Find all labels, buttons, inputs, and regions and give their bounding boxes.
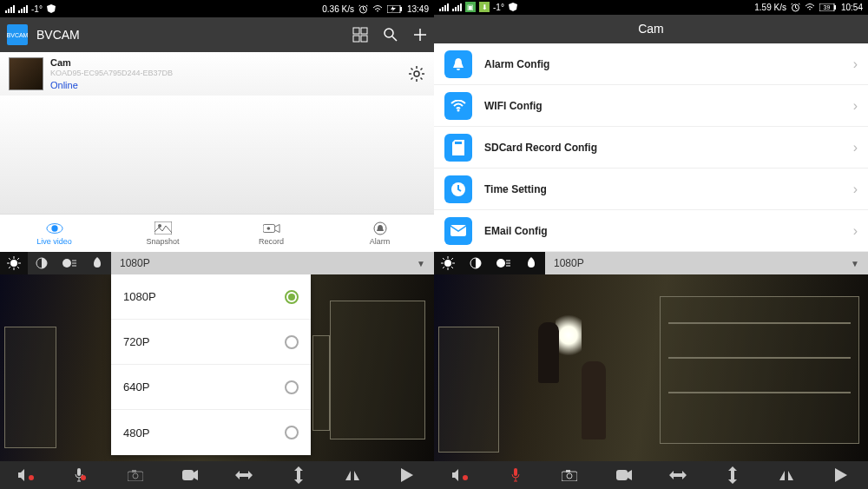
brightness-icon[interactable] <box>434 252 462 274</box>
svg-line-25 <box>17 267 19 268</box>
setting-email-config[interactable]: EMail Config › <box>434 210 868 252</box>
resolution-option-480p[interactable]: 480P <box>111 410 311 455</box>
app-logo-icon: BVCAM <box>7 24 28 45</box>
status-bar: -1° 0.36 K/s 13:49 <box>0 0 434 17</box>
gear-icon[interactable] <box>408 65 425 83</box>
setting-label: EMail Config <box>484 225 853 237</box>
contrast-icon[interactable] <box>28 252 56 274</box>
resolution-option-720p[interactable]: 720P <box>111 320 311 365</box>
video-controls <box>434 461 868 489</box>
page-title-bar: Cam <box>434 15 868 43</box>
eye-icon <box>46 221 63 235</box>
device-name: Cam <box>50 56 173 69</box>
search-icon[interactable] <box>384 28 398 42</box>
svg-point-46 <box>444 260 451 267</box>
video-controls <box>0 461 434 489</box>
speaker-button[interactable] <box>0 461 55 489</box>
tab-label: Record <box>259 237 284 246</box>
pan-vertical-button[interactable] <box>706 461 760 489</box>
svg-line-53 <box>451 258 453 260</box>
play-button[interactable] <box>814 461 869 489</box>
pan-vertical-button[interactable] <box>272 461 326 489</box>
video-feed[interactable] <box>434 274 868 461</box>
svg-line-51 <box>443 258 444 260</box>
radio-icon <box>285 290 299 304</box>
svg-line-52 <box>451 267 453 268</box>
svg-rect-64 <box>616 470 628 480</box>
svg-rect-2 <box>400 7 402 11</box>
device-status: Online <box>50 79 173 91</box>
mic-button[interactable] <box>489 461 543 489</box>
setting-label: SDCard Record Config <box>484 142 853 154</box>
svg-line-27 <box>9 267 10 268</box>
right-screenshot: ▣ ⬇ -1° 1.59 K/s 39 10:54 Cam Alarm Conf… <box>434 0 868 489</box>
resolution-value: 1080P <box>554 257 584 269</box>
night-vision-icon[interactable] <box>490 252 517 274</box>
svg-line-24 <box>9 258 10 260</box>
left-screenshot: -1° 0.36 K/s 13:49 BVCAM BVCAM Cam KOAD9… <box>0 0 434 489</box>
record-button[interactable] <box>163 461 218 489</box>
brightness-icon[interactable] <box>0 252 28 274</box>
svg-rect-40 <box>834 5 836 10</box>
snapshot-button[interactable] <box>108 461 163 489</box>
bell-icon <box>444 50 472 78</box>
resolution-dropdown[interactable]: 1080P ▼ <box>545 252 868 274</box>
tab-record[interactable]: Record <box>217 215 326 252</box>
resolution-option-640p[interactable]: 640P <box>111 365 311 410</box>
plus-icon[interactable] <box>413 28 427 42</box>
speaker-button[interactable] <box>434 461 489 489</box>
svg-point-7 <box>385 29 393 37</box>
clock: 10:54 <box>841 3 863 12</box>
device-list-item[interactable]: Cam KOAD95-EC95A795D244-EB37DB Online <box>0 52 434 96</box>
svg-line-8 <box>392 36 397 41</box>
svg-rect-4 <box>361 28 367 34</box>
mirror-button[interactable] <box>760 461 814 489</box>
tab-live-video[interactable]: Live video <box>0 215 108 252</box>
svg-text:39: 39 <box>824 4 831 10</box>
video-toolbar: 1080P ▼ <box>0 252 434 274</box>
signal-icon <box>439 3 449 11</box>
resolution-option-1080p[interactable]: 1080P <box>111 274 311 320</box>
alarm-icon <box>358 4 368 14</box>
setting-wifi-config[interactable]: WIFI Config › <box>434 85 868 127</box>
app-title: BVCAM <box>36 28 80 42</box>
resolution-dropdown[interactable]: 1080P ▼ <box>111 252 434 274</box>
contrast-icon[interactable] <box>462 252 490 274</box>
temperature: -1° <box>31 4 43 14</box>
image-icon <box>155 221 172 235</box>
tab-snapshot[interactable]: Snapshot <box>108 215 217 252</box>
bottom-tabs: Live video Snapshot Record Alarm <box>0 214 434 252</box>
chevron-right-icon: › <box>853 223 858 239</box>
night-vision-icon[interactable] <box>56 252 83 274</box>
snapshot-button[interactable] <box>542 461 597 489</box>
svg-point-17 <box>266 227 270 230</box>
mirror-button[interactable] <box>326 461 380 489</box>
record-button[interactable] <box>597 461 652 489</box>
play-button[interactable] <box>380 461 435 489</box>
svg-rect-37 <box>182 470 194 480</box>
setting-label: Time Setting <box>484 183 853 195</box>
tab-alarm[interactable]: Alarm <box>326 215 434 252</box>
svg-point-19 <box>10 260 17 267</box>
svg-rect-6 <box>361 36 367 42</box>
pan-horizontal-button[interactable] <box>217 461 272 489</box>
setting-time[interactable]: Time Setting › <box>434 169 868 210</box>
pan-horizontal-button[interactable] <box>651 461 706 489</box>
alarm-icon <box>791 3 800 12</box>
ir-icon[interactable] <box>517 252 545 274</box>
wifi-icon <box>444 92 472 120</box>
setting-label: WIFI Config <box>484 100 853 112</box>
wifi-icon <box>805 3 815 11</box>
setting-alarm-config[interactable]: Alarm Config › <box>434 43 868 85</box>
wifi-icon <box>372 5 383 13</box>
video-feed[interactable]: 1080P 720P 640P 480P <box>0 274 434 461</box>
radio-icon <box>285 426 299 439</box>
grid-icon[interactable] <box>352 27 368 43</box>
mail-icon <box>444 217 472 245</box>
ir-icon[interactable] <box>83 252 111 274</box>
setting-sdcard-config[interactable]: SDCard Record Config › <box>434 127 868 169</box>
net-speed: 0.36 K/s <box>322 4 354 14</box>
mic-button[interactable] <box>55 461 109 489</box>
net-speed: 1.59 K/s <box>754 3 786 12</box>
svg-rect-35 <box>132 470 136 472</box>
